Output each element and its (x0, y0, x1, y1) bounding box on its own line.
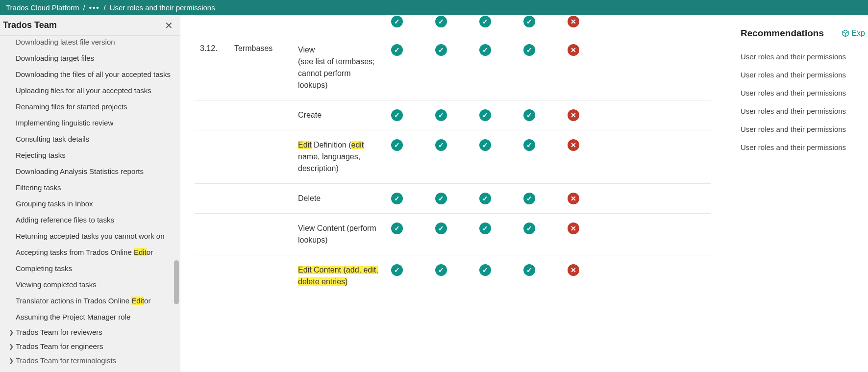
table-row: View Content (perform lookups)✓✓✓✓✕ (195, 214, 711, 255)
check-icon: ✓ (523, 193, 535, 204)
sidebar-item[interactable]: Accepting tasks from Trados Online Edito… (0, 244, 180, 260)
recommendation-link[interactable]: User roles and their permissions (741, 107, 865, 115)
breadcrumb-dots[interactable]: ••• (89, 3, 100, 12)
recommendation-link[interactable]: User roles and their permissions (741, 125, 865, 133)
sidebar-item[interactable]: Viewing completed tasks (0, 276, 180, 293)
check-icon: ✓ (479, 193, 491, 204)
check-icon: ✓ (523, 139, 535, 151)
sidebar-item[interactable]: Translator actions in Trados Online Edit… (0, 293, 180, 309)
sidebar-item[interactable]: Assuming the Project Manager role (0, 309, 180, 325)
recommendation-link[interactable]: User roles and their permissions (741, 52, 865, 61)
check-icon: ✓ (523, 264, 535, 276)
cross-icon: ✕ (568, 223, 579, 234)
cube-icon (842, 29, 849, 37)
sidebar-item[interactable]: Downloading target files (0, 50, 180, 66)
table-row: Delete✓✓✓✓✕ (195, 184, 711, 214)
recommendation-link[interactable]: User roles and their permissions (741, 71, 865, 79)
sidebar-item[interactable]: Downloading latest file version (0, 36, 180, 50)
cross-icon: ✕ (568, 16, 579, 27)
sidebar-item[interactable]: Adding reference files to tasks (0, 212, 180, 228)
check-icon: ✓ (391, 193, 403, 204)
recommendations-panel: Recommendations Exp User roles and their… (726, 15, 868, 372)
check-icon: ✓ (391, 139, 403, 151)
sidebar-item[interactable]: Downloading the files of all your accept… (0, 66, 180, 82)
sidebar-item[interactable]: Returning accepted tasks you cannot work… (0, 228, 180, 244)
check-icon: ✓ (523, 109, 535, 121)
sidebar-group[interactable]: ❯Trados Team for reviewers (0, 325, 180, 339)
check-icon: ✓ (435, 193, 447, 204)
sidebar-group[interactable]: ❯Trados Team for terminologists (0, 353, 180, 368)
breadcrumb-bar: Trados Cloud Platform / ••• / User roles… (0, 0, 868, 15)
recommendation-link[interactable]: User roles and their permissions (741, 143, 865, 151)
breadcrumb-root[interactable]: Trados Cloud Platform (6, 3, 79, 12)
sidebar-item[interactable]: Grouping tasks in Inbox (0, 196, 180, 212)
table-row: Edit Definition (edit name, languages, d… (195, 130, 711, 184)
check-icon: ✓ (391, 223, 403, 234)
cross-icon: ✕ (568, 193, 579, 204)
sidebar-group[interactable]: ❯Trados Team for engineers (0, 339, 180, 353)
check-icon: ✓ (435, 139, 447, 151)
check-icon: ✓ (391, 16, 403, 27)
sidebar-item[interactable]: Rejecting tasks (0, 147, 180, 163)
permissions-table: ✓✓✓✓✕3.12.TermbasesView(see list of term… (195, 15, 711, 297)
chevron-right-icon: ❯ (9, 357, 13, 364)
check-icon: ✓ (479, 109, 491, 121)
sidebar-item[interactable]: Downloading Analysis Statistics reports (0, 163, 180, 179)
check-icon: ✓ (479, 223, 491, 234)
check-icon: ✓ (523, 223, 535, 234)
check-icon: ✓ (391, 44, 403, 56)
chevron-right-icon: ❯ (9, 329, 13, 336)
check-icon: ✓ (479, 264, 491, 276)
chevron-right-icon: ❯ (9, 343, 13, 350)
check-icon: ✓ (479, 16, 491, 27)
table-row: Create✓✓✓✓✕ (195, 100, 711, 130)
sidebar-item[interactable]: Filtering tasks (0, 179, 180, 196)
check-icon: ✓ (435, 223, 447, 234)
expand-button[interactable]: Exp (842, 29, 865, 38)
check-icon: ✓ (523, 44, 535, 56)
cross-icon: ✕ (568, 109, 579, 121)
sidebar: Trados Team ✕ Downloading latest file ve… (0, 15, 180, 372)
table-row: 3.12.TermbasesView(see list of termbases… (195, 33, 711, 100)
sidebar-item[interactable]: Uploading files for all your accepted ta… (0, 82, 180, 99)
close-icon[interactable]: ✕ (165, 21, 173, 30)
sidebar-item[interactable]: Consulting task details (0, 131, 180, 147)
check-icon: ✓ (479, 44, 491, 56)
breadcrumb-page[interactable]: User roles and their permissions (110, 3, 215, 12)
check-icon: ✓ (391, 264, 403, 276)
check-icon: ✓ (391, 109, 403, 121)
cross-icon: ✕ (568, 44, 579, 56)
recommendations-title: Recommendations (741, 28, 824, 39)
check-icon: ✓ (435, 264, 447, 276)
sidebar-list[interactable]: Downloading latest file versionDownloadi… (0, 36, 180, 372)
check-icon: ✓ (479, 139, 491, 151)
check-icon: ✓ (435, 44, 447, 56)
cross-icon: ✕ (568, 139, 579, 151)
check-icon: ✓ (435, 16, 447, 27)
sidebar-item[interactable]: Renaming files for started projects (0, 99, 180, 115)
check-icon: ✓ (435, 109, 447, 121)
table-row: Edit Content (add, edit, delete entries)… (195, 255, 711, 297)
recommendation-link[interactable]: User roles and their permissions (741, 89, 865, 97)
sidebar-item[interactable]: Implementing linguistic review (0, 115, 180, 131)
check-icon: ✓ (523, 16, 535, 27)
sidebar-title: Trados Team (3, 20, 57, 30)
main-content: ✓✓✓✓✕3.12.TermbasesView(see list of term… (180, 15, 726, 372)
cross-icon: ✕ (568, 264, 579, 276)
sidebar-item[interactable]: Completing tasks (0, 260, 180, 276)
sidebar-scrollbar[interactable] (174, 260, 179, 304)
